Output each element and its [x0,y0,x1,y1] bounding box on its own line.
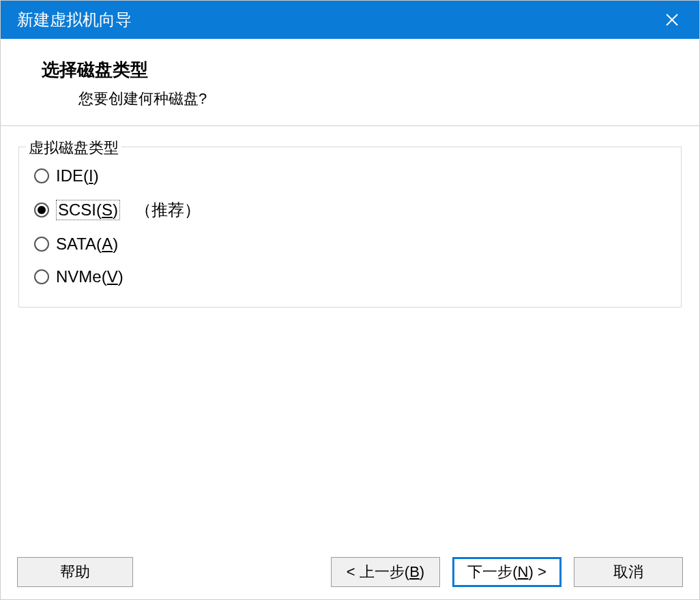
radio-label-sata: SATA(A) [56,235,118,254]
footer: 帮助 < 上一步(B) 下一步(N) > 取消 [1,548,699,599]
page-subtitle: 您要创建何种磁盘? [42,89,699,109]
header-area: 选择磁盘类型 您要创建何种磁盘? [1,39,699,126]
cancel-button[interactable]: 取消 [574,557,683,587]
titlebar: 新建虚拟机向导 [1,1,699,39]
radio-scsi[interactable]: SCSI(S) （推荐） [34,199,666,221]
disk-type-fieldset: 虚拟磁盘类型 IDE(I) SCSI(S) （推荐） SATA(A) [18,147,682,308]
radio-ide[interactable]: IDE(I) [34,166,666,185]
radio-label-ide: IDE(I) [56,166,99,185]
radio-icon [34,168,49,183]
content-area: 虚拟磁盘类型 IDE(I) SCSI(S) （推荐） SATA(A) [1,126,699,548]
fieldset-legend: 虚拟磁盘类型 [26,138,121,158]
radio-label-nvme: NVMe(V) [56,267,123,286]
radio-icon [34,269,49,284]
page-title: 选择磁盘类型 [42,58,699,82]
radio-extra-scsi: （推荐） [135,199,201,221]
next-button[interactable]: 下一步(N) > [452,557,562,587]
radio-group: IDE(I) SCSI(S) （推荐） SATA(A) NVMe(V) [34,161,666,286]
window-title: 新建虚拟机向导 [17,9,132,31]
radio-nvme[interactable]: NVMe(V) [34,267,666,286]
radio-icon [34,237,49,252]
close-button[interactable] [658,6,686,33]
help-button[interactable]: 帮助 [17,557,133,587]
wizard-window: 新建虚拟机向导 选择磁盘类型 您要创建何种磁盘? 虚拟磁盘类型 IDE(I) S… [0,0,700,600]
back-button[interactable]: < 上一步(B) [331,557,440,587]
radio-sata[interactable]: SATA(A) [34,235,666,254]
radio-icon [34,202,49,217]
close-icon [665,13,679,27]
radio-label-scsi: SCSI(S) [56,200,120,220]
